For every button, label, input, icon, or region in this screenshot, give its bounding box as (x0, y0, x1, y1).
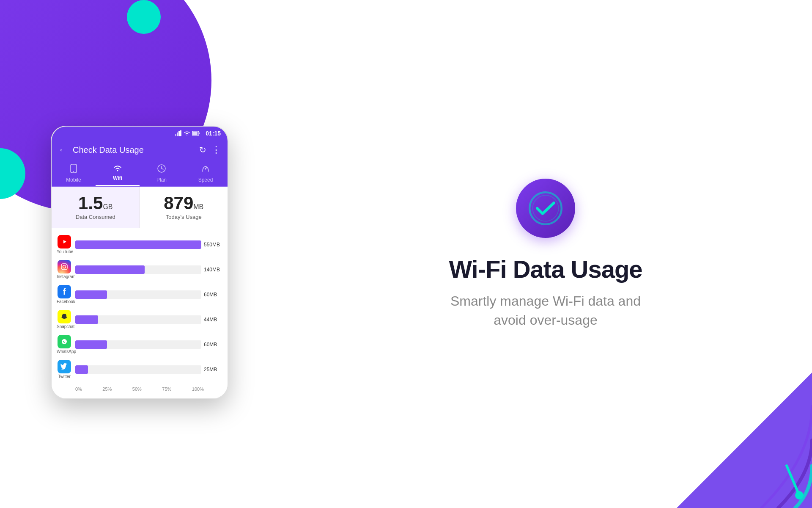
tab-plan[interactable]: Plan (140, 160, 184, 186)
twitter-bar (75, 365, 88, 374)
instagram-label: Instagram (57, 274, 72, 279)
facebook-label: Facebook (57, 299, 72, 304)
svg-point-9 (117, 170, 118, 171)
today-value: 879MB (147, 194, 221, 212)
facebook-bar (75, 290, 107, 299)
battery-icon (192, 131, 200, 136)
svg-point-8 (73, 171, 74, 172)
snapchat-icon (58, 310, 71, 323)
right-section: Wi-Fi Data Usage Smartly manage Wi-Fi da… (279, 0, 812, 508)
tab-wifi[interactable]: Wifi (96, 160, 140, 186)
svg-point-11 (205, 168, 206, 170)
whatsapp-value: 60MB (204, 342, 222, 348)
main-title: Wi-Fi Data Usage (449, 255, 642, 283)
instagram-icon (58, 260, 71, 273)
app-header: ← Check Data Usage ↻ ⋮ (52, 140, 228, 160)
svg-rect-5 (192, 132, 198, 135)
whatsapp-icon (58, 335, 71, 348)
speed-icon (201, 164, 210, 173)
facebook-icon: f (58, 285, 71, 298)
youtube-value: 550MB (204, 242, 222, 248)
svg-rect-2 (178, 131, 180, 136)
tab-bar: Mobile Wifi (52, 160, 228, 187)
consumed-label: Data Consumed (58, 214, 133, 220)
youtube-icon (58, 235, 71, 248)
x-label-100: 100% (192, 387, 204, 392)
speed-tab-icon (201, 164, 210, 175)
snapchat-svg (60, 312, 69, 321)
x-label-0: 0% (75, 387, 82, 392)
refresh-button[interactable]: ↻ (199, 145, 206, 155)
wifi-icon (113, 164, 122, 171)
today-label: Today's Usage (147, 214, 221, 220)
consumed-value: 1.5GB (58, 194, 133, 212)
whatsapp-bar-track (75, 340, 201, 349)
whatsapp-label: WhatsApp (57, 349, 72, 354)
twitter-icon (58, 360, 71, 373)
svg-point-18 (529, 192, 562, 224)
svg-point-15 (63, 265, 66, 268)
plan-icon (157, 164, 166, 173)
tab-mobile[interactable]: Mobile (52, 160, 96, 186)
whatsapp-bar (75, 340, 107, 349)
status-bar: 01:15 (52, 127, 228, 140)
tab-wifi-label: Wifi (113, 175, 122, 181)
snapchat-bar (75, 315, 98, 324)
instagram-bar-track (75, 265, 201, 274)
tab-mobile-label: Mobile (66, 177, 81, 183)
svg-point-16 (66, 265, 67, 265)
snapchat-label: Snapchat (57, 324, 72, 329)
snapchat-bar-track (75, 315, 201, 324)
x-label-50: 50% (132, 387, 142, 392)
subtitle: Smartly manage Wi-Fi data and avoid over… (450, 292, 641, 330)
data-today-box: 879MB Today's Usage (140, 187, 228, 228)
youtube-play-icon (60, 239, 69, 245)
back-button[interactable]: ← (58, 144, 68, 155)
wifi-status-icon (184, 131, 190, 136)
app-logo (516, 179, 575, 238)
phone-mockup: 01:15 ← Check Data Usage ↻ ⋮ Mobile (51, 126, 228, 399)
instagram-bar (75, 265, 145, 274)
svg-rect-6 (199, 133, 200, 134)
app-row-youtube: YouTube 550MB (57, 235, 222, 254)
app-row-twitter: Twitter 25MB (57, 360, 222, 379)
app-row-snapchat: Snapchat 44MB (57, 310, 222, 329)
svg-rect-3 (180, 130, 181, 136)
app-row-facebook: f Facebook 60MB (57, 285, 222, 304)
youtube-label: YouTube (57, 249, 72, 254)
subtitle-line1: Smartly manage Wi-Fi data and (450, 293, 641, 309)
facebook-bar-track (75, 290, 201, 299)
twitter-label: Twitter (57, 374, 72, 379)
twitter-bar-track (75, 365, 201, 374)
mobile-icon (69, 164, 78, 173)
tab-plan-label: Plan (156, 177, 167, 183)
app-row-whatsapp: WhatsApp 60MB (57, 335, 222, 354)
x-label-25: 25% (102, 387, 112, 392)
tab-speed-label: Speed (198, 177, 213, 183)
header-title: Check Data Usage (73, 145, 194, 155)
snapchat-value: 44MB (204, 317, 222, 323)
instagram-value: 140MB (204, 267, 222, 273)
consumed-unit: GB (103, 203, 112, 210)
youtube-bar-track (75, 240, 201, 249)
status-time: 01:15 (206, 130, 221, 137)
plan-tab-icon (157, 164, 166, 175)
twitter-value: 25MB (204, 367, 222, 373)
chart-area: YouTube 550MB (52, 228, 228, 398)
x-axis: 0% 25% 50% 75% 100% (57, 385, 222, 395)
twitter-svg (60, 363, 68, 370)
app-logo-svg (527, 189, 565, 227)
mobile-tab-icon (69, 164, 78, 175)
instagram-svg (60, 263, 68, 271)
data-summary: 1.5GB Data Consumed 879MB Today's Usage (52, 187, 228, 228)
left-section: 01:15 ← Check Data Usage ↻ ⋮ Mobile (0, 0, 279, 508)
facebook-value: 60MB (204, 292, 222, 298)
wifi-tab-icon (113, 164, 122, 174)
signal-icon (175, 130, 182, 136)
x-label-75: 75% (162, 387, 171, 392)
svg-rect-1 (177, 133, 178, 136)
more-button[interactable]: ⋮ (211, 144, 221, 155)
data-consumed-box: 1.5GB Data Consumed (52, 187, 140, 228)
youtube-bar (75, 240, 201, 249)
tab-speed[interactable]: Speed (184, 160, 228, 186)
